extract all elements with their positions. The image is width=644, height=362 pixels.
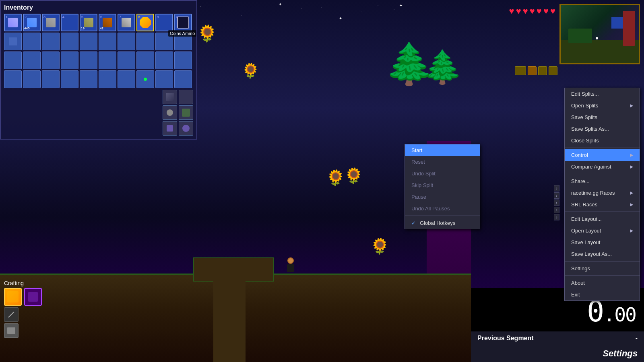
craft-item-2[interactable]	[4, 307, 19, 322]
context-undo-all-pauses[interactable]: Undo All Pauses	[405, 203, 480, 214]
map-icon-3[interactable]	[538, 66, 547, 75]
hotbar-slot-7[interactable]: 7	[118, 14, 135, 31]
map-icon-4[interactable]	[549, 66, 557, 75]
craft-item-3[interactable]	[4, 323, 19, 338]
sunflower-4: 🌻	[344, 167, 363, 185]
context-reset[interactable]: Reset	[405, 156, 480, 168]
scroll-indicator-1[interactable]: ›	[554, 185, 559, 191]
menu-control[interactable]: Control ▶	[565, 149, 640, 161]
inv-slot[interactable]	[4, 70, 22, 88]
map-icon-1[interactable]	[515, 66, 526, 75]
menu-sep-5	[565, 276, 640, 276]
inv-slot[interactable]	[61, 70, 78, 88]
context-start[interactable]: Start	[405, 144, 480, 156]
minimap	[559, 4, 640, 64]
menu-settings[interactable]: Settings	[565, 263, 640, 274]
context-skip-split[interactable]: Skip Split	[405, 179, 480, 191]
extra-slot-1[interactable]	[163, 90, 177, 104]
hotbar-slot-6[interactable]: 6 42	[99, 14, 116, 31]
context-global-hotkeys[interactable]: Global Hotkeys	[405, 217, 480, 229]
hotbar-slot-8[interactable]: 8	[136, 14, 154, 31]
menu-about[interactable]: About	[565, 277, 640, 289]
inv-slot[interactable]	[99, 33, 116, 50]
inv-slot[interactable]	[23, 33, 41, 50]
inv-slot[interactable]	[118, 33, 135, 50]
menu-save-splits-as[interactable]: Save Splits As...	[565, 123, 640, 135]
game-context-menu: Start Reset Undo Split Skip Split Pause …	[405, 144, 480, 229]
menu-save-layout-as[interactable]: Save Layout As...	[565, 248, 640, 260]
inv-slot[interactable]	[42, 33, 60, 50]
map-icon-2[interactable]	[528, 66, 537, 75]
heart-5: ♥	[537, 6, 542, 16]
hotbar-slot-9[interactable]: 9	[155, 14, 173, 31]
scroll-indicator-5[interactable]: ›	[554, 214, 559, 220]
extra-slot-3[interactable]	[163, 121, 177, 136]
player-character	[286, 257, 295, 274]
inv-slot[interactable]	[42, 70, 60, 88]
inv-slot[interactable]	[155, 51, 173, 69]
inv-slot[interactable]	[23, 51, 41, 69]
extra-slot-4[interactable]	[179, 90, 193, 104]
hotbar-slot-5[interactable]: 5 19	[80, 14, 97, 31]
crafting-title: Crafting	[4, 280, 42, 286]
scroll-indicator-2[interactable]: ›	[554, 192, 559, 199]
crafting-extra	[24, 288, 42, 306]
minimap-content	[561, 5, 639, 63]
inv-slot[interactable]	[174, 70, 192, 88]
menu-open-layout[interactable]: Open Layout ▶	[565, 225, 640, 237]
inv-slot[interactable]	[136, 33, 154, 50]
inv-slot[interactable]	[136, 70, 154, 88]
extra-slot-6[interactable]	[179, 121, 193, 136]
menu-compare-against[interactable]: Compare Against ▶	[565, 161, 640, 173]
inv-slot[interactable]	[80, 70, 97, 88]
craft-item-1[interactable]	[4, 288, 22, 306]
menu-sep-4	[565, 261, 640, 261]
menu-open-splits[interactable]: Open Splits ▶	[565, 100, 640, 111]
menu-exit[interactable]: Exit	[565, 289, 640, 300]
menu-srl-races[interactable]: SRL Races ▶	[565, 199, 640, 210]
scroll-indicators: › › › › ›	[554, 185, 559, 220]
inv-slot[interactable]	[4, 51, 22, 69]
inv-slot[interactable]	[99, 70, 116, 88]
inv-slot[interactable]	[155, 70, 173, 88]
menu-sep-1	[565, 148, 640, 148]
hotbar-slot-3[interactable]: 3	[42, 14, 60, 31]
menu-edit-splits[interactable]: Edit Splits...	[565, 88, 640, 100]
inv-slot[interactable]	[61, 33, 78, 50]
scroll-indicator-4[interactable]: ›	[554, 207, 559, 213]
inv-slot[interactable]	[80, 51, 97, 69]
extra-slots	[4, 90, 193, 136]
context-pause[interactable]: Pause	[405, 191, 480, 203]
menu-save-splits[interactable]: Save Splits	[565, 111, 640, 123]
hotbar-slot-1[interactable]: 1	[4, 14, 22, 31]
hotbar-slot-4[interactable]: 4	[61, 14, 78, 31]
menu-share[interactable]: Share...	[565, 175, 640, 187]
inv-slot[interactable]	[42, 51, 60, 69]
menu-edit-layout[interactable]: Edit Layout...	[565, 213, 640, 225]
menu-close-splits[interactable]: Close Splits	[565, 135, 640, 146]
livesplit-context-menu: Edit Splits... Open Splits ▶ Save Splits…	[564, 88, 640, 301]
menu-racetime[interactable]: racetime.gg Races ▶	[565, 187, 640, 199]
hotbar-row: 1 2 445 3 4 5 19 6 42 7 8	[4, 14, 193, 31]
inv-slot[interactable]	[4, 33, 22, 50]
inv-slot[interactable]	[99, 51, 116, 69]
scroll-indicator-3[interactable]: ›	[554, 200, 559, 206]
craft-item-purple[interactable]	[24, 288, 42, 306]
settings-label[interactable]: Settings	[603, 348, 638, 358]
hotbar-slot-0[interactable]: 0	[174, 14, 192, 31]
settings-bar: Settings	[471, 345, 644, 362]
inv-slot[interactable]	[61, 51, 78, 69]
inv-slot[interactable]	[118, 70, 135, 88]
tree-2: 🌲	[384, 40, 435, 88]
context-undo-split[interactable]: Undo Split	[405, 168, 480, 179]
inv-slot[interactable]	[174, 51, 192, 69]
extra-slot-5[interactable]	[179, 105, 193, 120]
inv-slot[interactable]	[80, 33, 97, 50]
inv-slot[interactable]	[23, 70, 41, 88]
menu-sep-2	[565, 174, 640, 174]
hotbar-slot-2[interactable]: 2 445	[23, 14, 41, 31]
inv-slot[interactable]	[118, 51, 135, 69]
inv-slot[interactable]	[136, 51, 154, 69]
menu-save-layout[interactable]: Save Layout	[565, 237, 640, 248]
extra-slot-2[interactable]	[163, 105, 177, 120]
